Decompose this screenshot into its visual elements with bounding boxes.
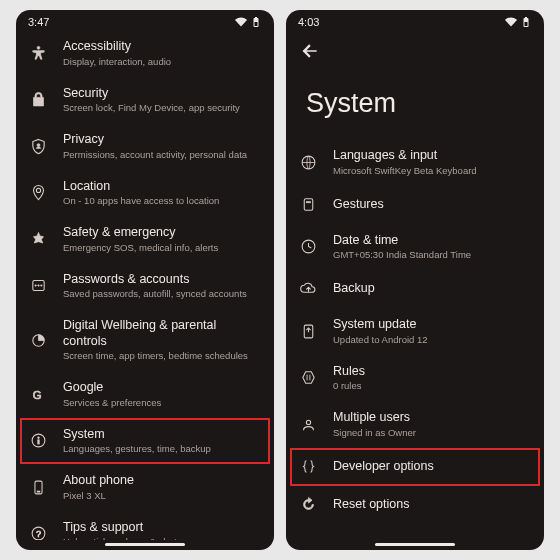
title: Safety & emergency [63,225,260,241]
text: Backup [333,281,530,297]
subtitle: 0 rules [333,380,530,392]
title: Date & time [333,233,530,249]
title: Privacy [63,132,260,148]
text: Google Services & preferences [63,380,260,409]
system-list[interactable]: Languages & input Microsoft SwiftKey Bet… [286,139,544,540]
title: Multiple users [333,410,530,426]
location-icon [28,183,48,203]
title: System update [333,317,530,333]
arrow-back-icon [300,41,320,61]
wifi-icon [235,16,247,28]
google-icon: G [28,384,48,404]
emergency-icon [28,229,48,249]
text: About phone Pixel 3 XL [63,473,260,502]
title: Accessibility [63,39,260,55]
settings-item-tips[interactable]: ? Tips & support Help articles, phone & … [20,511,270,540]
svg-text:G: G [32,389,41,401]
system-item-rules[interactable]: Rules 0 rules [290,355,540,402]
system-item-reset[interactable]: Reset options [290,486,540,524]
system-item-backup[interactable]: Backup [290,270,540,308]
svg-point-4 [37,285,38,286]
subtitle: Languages, gestures, time, backup [63,443,260,455]
settings-item-system[interactable]: System Languages, gestures, time, backup [20,418,270,465]
nav-handle[interactable] [105,543,185,546]
title: Languages & input [333,148,530,164]
settings-item-security[interactable]: Security Screen lock, Find My Device, ap… [20,77,270,124]
svg-point-20 [306,420,310,424]
status-bar: 4:03 [286,10,544,30]
settings-item-google[interactable]: G Google Services & preferences [20,371,270,418]
system-item-gestures[interactable]: Gestures [290,186,540,224]
svg-text:?: ? [36,529,41,539]
settings-item-accessibility[interactable]: Accessibility Display, interaction, audi… [20,30,270,77]
svg-point-1 [37,143,40,146]
settings-item-safety[interactable]: Safety & emergency Emergency SOS, medica… [20,216,270,263]
settings-item-wellbeing[interactable]: Digital Wellbeing & parental controls Sc… [20,309,270,371]
subtitle: GMT+05:30 India Standard Time [333,249,530,261]
title: About phone [63,473,260,489]
subtitle: Updated to Android 12 [333,334,530,346]
subtitle: Permissions, account activity, personal … [63,149,260,161]
subtitle: Microsoft SwiftKey Beta Keyboard [333,165,530,177]
system-item-developer[interactable]: Developer options [290,448,540,486]
battery-icon [520,16,532,28]
reset-icon [298,495,318,515]
system-item-datetime[interactable]: Date & time GMT+05:30 India Standard Tim… [290,224,540,271]
settings-item-about[interactable]: About phone Pixel 3 XL [20,464,270,511]
title: Rules [333,364,530,380]
nav-handle[interactable] [375,543,455,546]
subtitle: Screen lock, Find My Device, app securit… [63,102,260,114]
wifi-icon [505,16,517,28]
settings-screen-left: 3:47 Accessibility Display, interaction,… [16,10,274,550]
title: Digital Wellbeing & parental controls [63,318,260,349]
text: Location On - 10 apps have access to loc… [63,179,260,208]
status-icons [505,16,532,28]
svg-point-5 [40,285,41,286]
text: Rules 0 rules [333,364,530,393]
text: Date & time GMT+05:30 India Standard Tim… [333,233,530,262]
back-button[interactable] [300,40,322,62]
title: Developer options [333,459,530,475]
backup-icon [298,279,318,299]
subtitle: Services & preferences [63,397,260,409]
subtitle: Pixel 3 XL [63,490,260,502]
title: Reset options [333,497,530,513]
update-icon [298,321,318,341]
subtitle: Screen time, app timers, bedtime schedul… [63,350,260,362]
svg-rect-12 [37,491,40,492]
braces-icon [298,457,318,477]
header: System [286,30,544,139]
svg-rect-10 [37,440,38,444]
system-item-users[interactable]: Multiple users Signed in as Owner [290,401,540,448]
gestures-icon [298,195,318,215]
text: Passwords & accounts Saved passwords, au… [63,272,260,301]
title: Google [63,380,260,396]
text: Safety & emergency Emergency SOS, medica… [63,225,260,254]
rules-icon [298,368,318,388]
settings-item-passwords[interactable]: Passwords & accounts Saved passwords, au… [20,263,270,310]
globe-icon [298,152,318,172]
svg-rect-17 [306,202,310,203]
subtitle: Help articles, phone & chat [63,536,260,540]
wellbeing-icon [28,330,48,350]
text: Privacy Permissions, account activity, p… [63,132,260,161]
settings-item-location[interactable]: Location On - 10 apps have access to loc… [20,170,270,217]
text: Developer options [333,459,530,475]
subtitle: On - 10 apps have access to location [63,195,260,207]
title: System [63,427,260,443]
settings-item-privacy[interactable]: Privacy Permissions, account activity, p… [20,123,270,170]
battery-icon [250,16,262,28]
settings-list[interactable]: Accessibility Display, interaction, audi… [16,30,274,540]
lock-icon [28,90,48,110]
title: Gestures [333,197,530,213]
system-item-languages[interactable]: Languages & input Microsoft SwiftKey Bet… [290,139,540,186]
text: Languages & input Microsoft SwiftKey Bet… [333,148,530,177]
svg-point-3 [34,285,35,286]
help-icon: ? [28,524,48,540]
text: System Languages, gestures, time, backup [63,427,260,456]
text: Tips & support Help articles, phone & ch… [63,520,260,540]
text: Security Screen lock, Find My Device, ap… [63,86,260,115]
title: Security [63,86,260,102]
system-item-update[interactable]: System update Updated to Android 12 [290,308,540,355]
svg-point-9 [37,437,39,439]
